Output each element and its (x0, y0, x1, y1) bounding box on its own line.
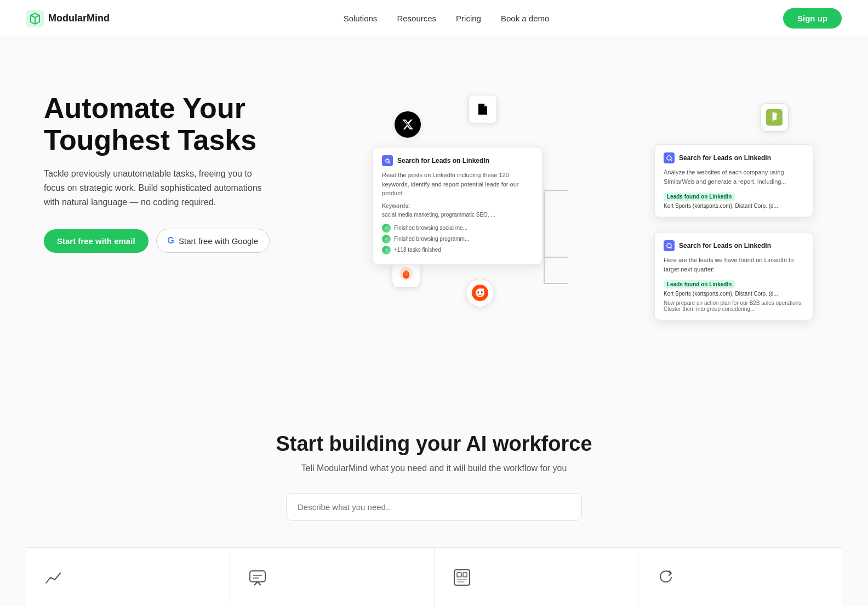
card-rt-body: Analyze the websites of each company usi… (664, 168, 804, 186)
svg-rect-26 (457, 573, 461, 577)
ai-section: Start building your AI workforce Tell Mo… (0, 388, 868, 606)
spacer (0, 333, 868, 388)
brand-name: ModularMind (48, 13, 110, 24)
hero-title: Automate Your Toughest Tasks (44, 92, 329, 156)
nav-resources[interactable]: Resources (397, 14, 436, 23)
svg-rect-28 (457, 581, 464, 582)
connector-h-bot2 (544, 283, 568, 284)
card-rb-body: Here are the leads we have found on Link… (664, 256, 804, 274)
svg-rect-29 (463, 573, 467, 577)
svg-rect-27 (457, 579, 467, 580)
right-card-top: Search for Leads on LinkedIn Analyze the… (654, 144, 813, 217)
task-row-3: + +118 tasks finished (382, 246, 533, 254)
card-rb-icon (664, 240, 675, 251)
right-card-bottom: Search for Leads on LinkedIn Here are th… (654, 232, 813, 320)
card-rb-result-value: Kort Sports (kortsports.com), Distant Co… (664, 291, 804, 297)
connector-h-top (544, 190, 568, 191)
bottom-card-analytics (26, 548, 230, 606)
card-main-title: Search for Leads on LinkedIn (397, 157, 489, 165)
connector-h-bottom (544, 257, 568, 258)
task-text-2: Finished browsing programm... (394, 236, 469, 242)
template-icon (450, 565, 474, 590)
bottom-card-chat (230, 548, 434, 606)
svg-point-5 (404, 271, 408, 276)
refresh-icon (654, 565, 678, 590)
svg-point-12 (478, 291, 479, 292)
card-main-body: Read the posts on LinkedIn including the… (382, 171, 533, 219)
card-rb-title: Search for Leads on LinkedIn (679, 242, 771, 250)
nav-solutions[interactable]: Solutions (344, 14, 378, 23)
card-tasks: ✓ Finished browsing social me... ✓ Finis… (382, 224, 533, 254)
google-icon: G (168, 236, 174, 246)
nav-book-demo[interactable]: Book a demo (501, 14, 549, 23)
hero-illustration: N Search for Leads on LinkedIn (351, 70, 824, 322)
task-text-3: +118 tasks finished (394, 247, 441, 253)
task-dot-2: ✓ (382, 235, 391, 243)
nav-links: Solutions Resources Pricing Book a demo (344, 14, 550, 23)
task-row-1: ✓ Finished browsing social me... (382, 224, 533, 233)
task-dot-3: + (382, 246, 391, 254)
ai-input[interactable] (286, 493, 582, 521)
bottom-cards (26, 547, 842, 606)
start-email-button[interactable]: Start free with email (44, 229, 149, 253)
navbar: ModularMind Solutions Resources Pricing … (0, 0, 868, 37)
svg-rect-25 (454, 570, 470, 585)
task-text-1: Finished browsing social me... (394, 225, 467, 231)
chat-icon (245, 565, 270, 590)
hero-section: Automate Your Toughest Tasks Tackle prev… (0, 37, 868, 333)
card-rb-result-label: Leads found on LinkedIn (664, 280, 735, 288)
x-icon (395, 111, 421, 138)
shopify-icon (760, 103, 789, 132)
hero-left: Automate Your Toughest Tasks Tackle prev… (44, 70, 329, 253)
chart-icon (42, 565, 66, 590)
connector-line (544, 190, 545, 283)
ai-heading: Start building your AI workforce (26, 432, 842, 456)
brand-icon (26, 10, 44, 27)
task-row-2: ✓ Finished browsing programm... (382, 235, 533, 243)
svg-text:N: N (480, 107, 484, 113)
nav-pricing[interactable]: Pricing (456, 14, 481, 23)
card-rt-result-value: Kort Sports (kortsports.com), Distant Co… (664, 203, 804, 209)
card-rt-result-label: Leads found on LinkedIn (664, 192, 735, 201)
card-rt-icon (664, 152, 675, 163)
reddit-icon (466, 279, 494, 307)
task-dot-1: ✓ (382, 224, 391, 233)
card-main-icon (382, 155, 393, 166)
nav-actions: Sign up (783, 8, 842, 29)
svg-rect-19 (44, 568, 64, 587)
hero-subtitle: Tackle previously unautomatable tasks, f… (44, 167, 274, 209)
card-rb-extra: Now prepare an action plan for our B2B s… (664, 300, 804, 312)
main-card: Search for Leads on LinkedIn Read the po… (373, 147, 542, 265)
signup-button[interactable]: Sign up (783, 8, 842, 29)
google-button-label: Start free with Google (179, 236, 258, 246)
svg-rect-21 (250, 571, 265, 582)
ai-input-wrap (286, 493, 582, 521)
ai-subheading: Tell ModularMind what you need and it wi… (26, 463, 842, 473)
hero-buttons: Start free with email G Start free with … (44, 229, 329, 253)
svg-point-13 (481, 291, 482, 292)
notion-icon: N (469, 95, 497, 123)
card-rt-title: Search for Leads on LinkedIn (679, 154, 771, 162)
bottom-card-template (435, 548, 638, 606)
brand-logo[interactable]: ModularMind (26, 10, 110, 27)
start-google-button[interactable]: G Start free with Google (156, 229, 270, 253)
bottom-card-refresh (638, 548, 842, 606)
